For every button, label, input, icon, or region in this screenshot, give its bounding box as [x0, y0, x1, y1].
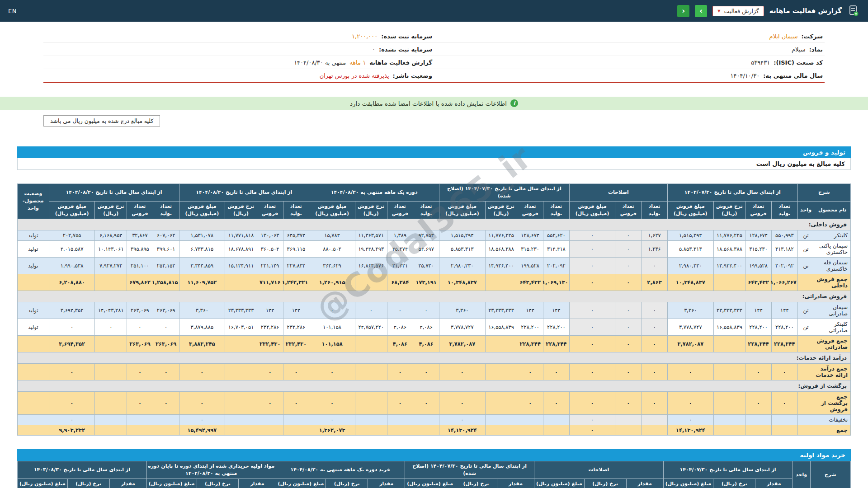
column-header: نرخ (ریال): [326, 479, 368, 488]
table-row: تخفیفات۰۰۰۰۰۰: [18, 414, 851, 425]
column-header: تعداد تولید: [413, 201, 439, 219]
value-cell: ۰: [615, 335, 642, 352]
value-cell: ۲۱,۶۲۱: [387, 257, 413, 274]
report-icon[interactable]: [847, 5, 860, 17]
column-header: مبلغ (میلیون ریال): [18, 479, 68, 488]
column-header: مبلغ فروش (میلیون ریال): [569, 201, 615, 219]
value-cell: [225, 414, 257, 425]
next-report-button[interactable]: ›: [695, 5, 707, 17]
column-header: نام محصول: [814, 201, 851, 219]
value-cell: ۰: [283, 391, 309, 414]
table-row: سیمان صادراتیتن۱۴۴۱۴۴۲۳,۳۳۳,۳۳۳۳,۳۶۰۰۰۰۱…: [18, 302, 851, 319]
report-type-dropdown[interactable]: گزارش فعالیت ▼: [712, 6, 764, 16]
value-cell: [127, 414, 153, 425]
value-cell: ۲۲۱,۱۴۹: [257, 257, 283, 274]
value-cell: ۹۲,۷۵۴: [413, 230, 439, 240]
column-header: تعداد فروش: [127, 201, 153, 219]
prev-report-button[interactable]: ‹: [677, 5, 689, 17]
value-cell: ۰: [745, 363, 772, 380]
value-cell: ۰: [667, 363, 713, 380]
value-cell: ۱۱,۷۷۶,۲۲۵: [485, 230, 517, 240]
value-cell: ۳۱۳,۱۸۲: [771, 240, 797, 257]
header-row: مقدارنرخ (ریال)مبلغ (میلیون ریال)مقدارنر…: [18, 479, 851, 488]
value-cell: ۰: [179, 414, 225, 425]
table-row: فروش صادراتی:: [18, 291, 851, 302]
value-cell: ۰: [615, 274, 642, 291]
value-cell: [225, 363, 257, 380]
value-cell: ۲۰۲,۷۵۵: [49, 230, 95, 240]
column-header: تعداد فروش: [387, 201, 413, 219]
unregistered-capital-value: ۰: [372, 46, 375, 53]
value-cell: [153, 425, 179, 435]
value-cell: ۱۶,۵۵۸,۸۳۹: [713, 319, 745, 335]
value-cell: [543, 425, 570, 435]
product-name-cell: جمع برگشت از فروش: [814, 391, 851, 414]
value-cell: ۱۴,۹۳۶,۴۰۰: [713, 257, 745, 274]
product-name-cell: تخفیفات: [814, 414, 851, 425]
value-cell: ۰: [153, 363, 179, 380]
value-cell: ۳۶۰,۵۰۴: [257, 240, 283, 257]
company-info-row: گزارش فعالیت ماهانه ۱ ماهه منتهی به ۱۴۰۴…: [43, 56, 434, 69]
value-cell: ۲۳۲,۴۳۰: [257, 335, 283, 352]
value-cell: ۱۸,۵۶۸,۳۸۸: [713, 240, 745, 257]
value-cell: ۸۸۰,۵۰۲: [309, 240, 355, 257]
value-cell: ۲۲۸,۳۴۴: [517, 335, 543, 352]
report-content: تولید و فروش کلیه مبالغ به میلیون ریال ا…: [17, 146, 851, 488]
value-cell: ۱۵,۴۹۲,۹۹۷: [179, 425, 225, 435]
value-cell: ۲۲۷,۸۳۲: [283, 257, 309, 274]
column-header: نرخ فروش (ریال): [225, 201, 257, 219]
value-cell: ۰: [642, 257, 668, 274]
signature-notice-bar: i اطلاعات نمایش داده شده با اطلاعات امضا…: [0, 97, 868, 110]
value-cell: ۱۰,۱۴۳,۰۶۱: [95, 240, 127, 257]
value-cell: [355, 335, 387, 352]
language-toggle[interactable]: EN: [8, 8, 17, 14]
value-cell: [283, 414, 309, 425]
amounts-note-row: کلیه مبالغ درج شده به میلیون ریال می باش…: [0, 110, 868, 127]
column-header: مبلغ فروش (میلیون ریال): [49, 201, 95, 219]
column-header: واحد: [797, 201, 814, 219]
value-cell: ۱۱,۶۰۹,۷۵۲: [179, 274, 225, 291]
value-cell: ۱۸,۶۷۸,۸۹۱: [225, 240, 257, 257]
value-cell: [713, 425, 745, 435]
info-label: سرمایه ثبت نشده:: [379, 46, 432, 53]
report-period-end-value: منتهی به ۱۴۰۴/۰۸/۳۰: [294, 59, 346, 66]
value-cell: ۰: [642, 319, 668, 335]
value-cell: ۳,۳۶۰: [179, 302, 225, 319]
value-cell: [771, 425, 797, 435]
value-cell: ۰: [413, 363, 439, 380]
value-cell: ۰: [387, 302, 413, 319]
column-header: نرخ فروش (ریال): [355, 201, 387, 219]
value-cell: ۲۳,۳۳۳,۳۳۳: [713, 302, 745, 319]
value-cell: [355, 363, 387, 380]
value-cell: [225, 425, 257, 435]
column-group-header: خرید دوره یک ماهه منتهی به ۱۴۰۴/۰۸/۳۰: [276, 461, 405, 479]
value-cell: [257, 425, 283, 435]
product-name-cell: سیمان فله خاکستری: [814, 257, 851, 274]
value-cell: ۰: [309, 363, 355, 380]
value-cell: ۴۵,۲۷۴: [387, 240, 413, 257]
column-header: تعداد تولید: [543, 201, 570, 219]
value-cell: ۰: [667, 414, 713, 425]
value-cell: [153, 414, 179, 425]
company-info-right-column: شرکت: سیمان ایلام نماد: سیلام کد صنعت (I…: [434, 30, 825, 82]
company-info-row: سال مالی منتهی به: ۱۴۰۴/۱۰/۳۰: [434, 69, 825, 82]
purchase-table-container: شرحواحداز ابتدای سال مالی تا تاریخ ۱۴۰۴/…: [17, 461, 851, 488]
value-cell: ۳,۳۴۴,۸۵۹: [179, 257, 225, 274]
value-cell: ۰: [615, 319, 642, 335]
column-header: تعداد فروش: [517, 201, 543, 219]
value-cell: ۰: [439, 363, 486, 380]
value-cell: ۰: [49, 319, 95, 335]
raw-materials-section: خرید مواد اولیه شرحواحداز ابتدای سال مال…: [17, 449, 851, 488]
value-cell: ۰: [257, 363, 283, 380]
column-header: نرخ (ریال): [584, 479, 626, 488]
value-cell: ۰: [49, 363, 95, 380]
value-cell: ۰: [49, 391, 95, 414]
value-cell: ۰: [569, 335, 615, 352]
column-header: نرخ (ریال): [713, 479, 755, 488]
value-cell: ۲۲۸,۲۰۰: [745, 319, 772, 335]
column-header: واحد: [793, 461, 810, 488]
value-cell: [485, 363, 517, 380]
value-cell: ۴,۰۸۶: [413, 335, 439, 352]
value-cell: ۲۶۳,۰۶۹: [127, 302, 153, 319]
unit-cell: [797, 335, 814, 352]
